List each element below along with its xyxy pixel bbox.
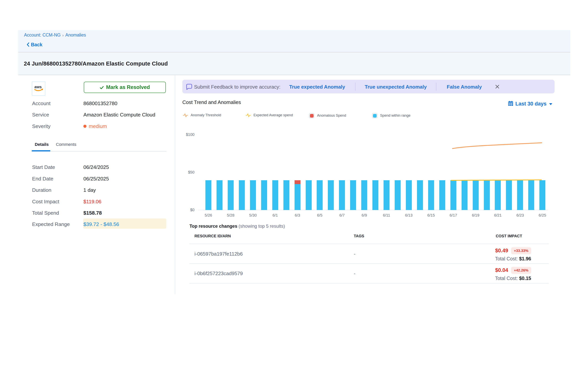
svg-text:aws: aws	[34, 85, 42, 89]
